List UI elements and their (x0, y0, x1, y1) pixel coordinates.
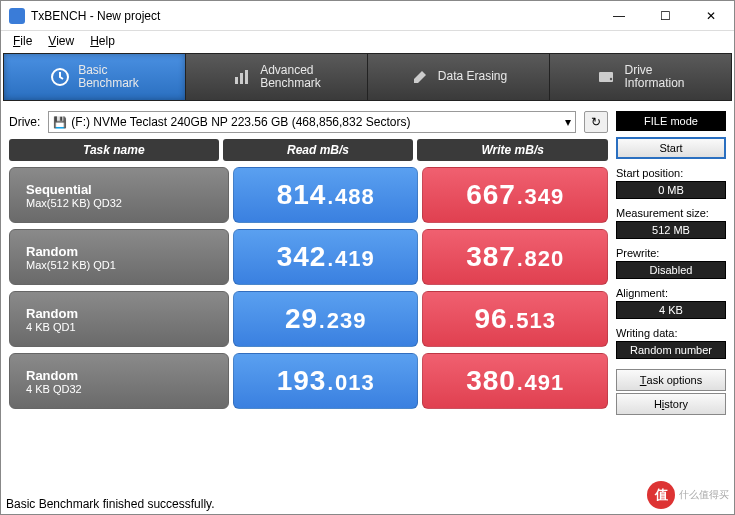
tab-label: DriveInformation (624, 64, 684, 90)
writing-data-label: Writing data: (616, 327, 726, 339)
task-subtitle: 4 KB QD32 (26, 383, 82, 395)
refresh-button[interactable]: ↻ (584, 111, 608, 133)
alignment-label: Alignment: (616, 287, 726, 299)
task-options-button[interactable]: Task options (616, 369, 726, 391)
tab-label: AdvancedBenchmark (260, 64, 321, 90)
svg-rect-2 (240, 73, 243, 84)
svg-rect-4 (599, 72, 613, 82)
header-write: Write mB/s (417, 139, 608, 161)
task-subtitle: 4 KB QD1 (26, 321, 76, 333)
tab-label: BasicBenchmark (78, 64, 139, 90)
tab-drive-information[interactable]: DriveInformation (550, 54, 731, 100)
close-button[interactable]: ✕ (688, 1, 734, 31)
watermark-text: 什么值得买 (679, 488, 729, 502)
maximize-button[interactable]: ☐ (642, 1, 688, 31)
task-name-cell[interactable]: RandomMax(512 KB) QD1 (9, 229, 229, 285)
menubar: File View Help (1, 31, 734, 51)
result-row: SequentialMax(512 KB) QD32814.488667.349 (9, 167, 608, 223)
task-subtitle: Max(512 KB) QD1 (26, 259, 116, 271)
tab-basic-benchmark[interactable]: BasicBenchmark (4, 54, 186, 100)
app-icon (9, 8, 25, 24)
task-name-cell[interactable]: Random4 KB QD1 (9, 291, 229, 347)
menu-help[interactable]: Help (84, 32, 121, 50)
task-title: Random (26, 368, 78, 383)
result-row: Random4 KB QD32193.013380.491 (9, 353, 608, 409)
drive-icon: 💾 (53, 116, 67, 129)
window-controls: — ☐ ✕ (596, 1, 734, 31)
write-value: 387.820 (422, 229, 608, 285)
result-row: RandomMax(512 KB) QD1342.419387.820 (9, 229, 608, 285)
svg-rect-3 (245, 70, 248, 84)
tab-advanced-benchmark[interactable]: AdvancedBenchmark (186, 54, 368, 100)
clock-icon (50, 67, 70, 87)
menu-file[interactable]: File (7, 32, 38, 50)
tab-data-erasing[interactable]: Data Erasing (368, 54, 550, 100)
task-subtitle: Max(512 KB) QD32 (26, 197, 122, 209)
svg-rect-1 (235, 77, 238, 84)
history-button[interactable]: History (616, 393, 726, 415)
start-position-label: Start position: (616, 167, 726, 179)
task-title: Random (26, 244, 78, 259)
prewrite-label: Prewrite: (616, 247, 726, 259)
start-position-value[interactable]: 0 MB (616, 181, 726, 199)
minimize-button[interactable]: — (596, 1, 642, 31)
header-read: Read mB/s (223, 139, 414, 161)
read-value: 814.488 (233, 167, 419, 223)
watermark-icon: 值 (647, 481, 675, 509)
erase-icon (410, 67, 430, 87)
refresh-icon: ↻ (591, 115, 601, 129)
file-mode-indicator: FILE mode (616, 111, 726, 131)
write-value: 380.491 (422, 353, 608, 409)
drive-selected-text: (F:) NVMe Teclast 240GB NP 223.56 GB (46… (71, 115, 410, 129)
drive-row: Drive: 💾 (F:) NVMe Teclast 240GB NP 223.… (1, 103, 734, 137)
read-value: 342.419 (233, 229, 419, 285)
task-title: Random (26, 306, 78, 321)
main-area: Task name Read mB/s Write mB/s Sequentia… (1, 137, 734, 415)
write-value: 667.349 (422, 167, 608, 223)
chevron-down-icon: ▾ (565, 115, 571, 129)
disk-icon (596, 67, 616, 87)
bars-icon (232, 67, 252, 87)
measurement-size-label: Measurement size: (616, 207, 726, 219)
measurement-size-value[interactable]: 512 MB (616, 221, 726, 239)
results-header: Task name Read mB/s Write mB/s (9, 139, 608, 161)
task-title: Sequential (26, 182, 92, 197)
start-button[interactable]: Start (616, 137, 726, 159)
alignment-value[interactable]: 4 KB (616, 301, 726, 319)
tab-ribbon: BasicBenchmark AdvancedBenchmark Data Er… (3, 53, 732, 101)
task-name-cell[interactable]: SequentialMax(512 KB) QD32 (9, 167, 229, 223)
svg-point-5 (610, 78, 612, 80)
header-task: Task name (9, 139, 219, 161)
read-value: 29.239 (233, 291, 419, 347)
status-bar: Basic Benchmark finished successfully. (6, 497, 215, 511)
writing-data-value[interactable]: Random number (616, 341, 726, 359)
menu-view[interactable]: View (42, 32, 80, 50)
results-panel: Task name Read mB/s Write mB/s Sequentia… (9, 137, 608, 415)
tab-label: Data Erasing (438, 70, 507, 83)
drive-label: Drive: (9, 115, 40, 129)
drive-select[interactable]: 💾 (F:) NVMe Teclast 240GB NP 223.56 GB (… (48, 111, 576, 133)
result-row: Random4 KB QD129.23996.513 (9, 291, 608, 347)
watermark: 值 什么值得买 (647, 481, 729, 509)
titlebar: TxBENCH - New project — ☐ ✕ (1, 1, 734, 31)
prewrite-value[interactable]: Disabled (616, 261, 726, 279)
read-value: 193.013 (233, 353, 419, 409)
task-name-cell[interactable]: Random4 KB QD32 (9, 353, 229, 409)
write-value: 96.513 (422, 291, 608, 347)
window-title: TxBENCH - New project (31, 9, 596, 23)
side-panel: Start Start position: 0 MB Measurement s… (616, 137, 726, 415)
